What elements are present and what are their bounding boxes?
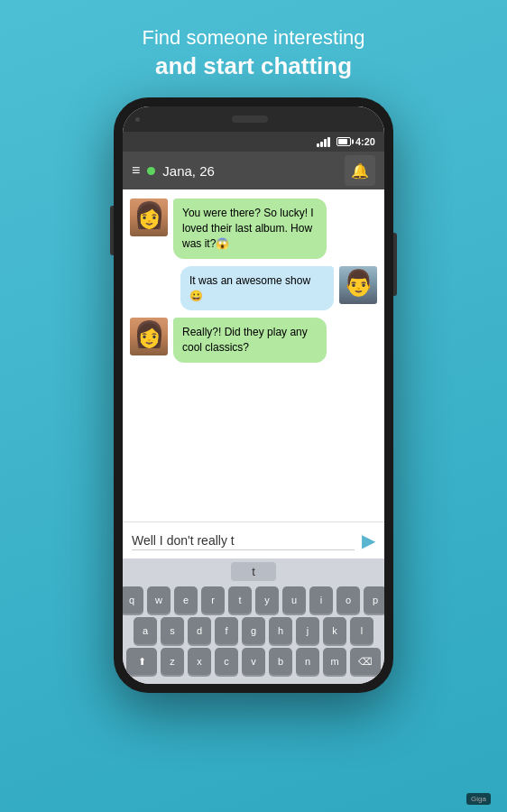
giga-badge: Giga xyxy=(466,793,491,805)
bell-button[interactable]: 🔔 xyxy=(345,155,375,186)
key-d[interactable]: d xyxy=(188,617,211,644)
send-button[interactable]: ▶ xyxy=(362,530,375,551)
key-t[interactable]: t xyxy=(228,586,252,614)
message-row-1: You were there? So lucky! I loved their … xyxy=(130,198,377,258)
signal-bar-3 xyxy=(324,139,327,147)
bubble-2: It was an awesome show 😀 xyxy=(180,266,334,311)
camera-area xyxy=(135,117,140,122)
battery-fill xyxy=(338,139,348,144)
headline-line2: and start chatting xyxy=(142,51,364,82)
signal-bar-1 xyxy=(317,143,319,147)
signal-bars xyxy=(317,136,330,147)
keyboard-area: t q w e r t y u i o p a s d f g xyxy=(123,558,384,684)
chat-header: ≡ Jana, 26 🔔 xyxy=(123,152,384,189)
key-q[interactable]: q xyxy=(123,586,143,614)
headline-line1: Find someone interesting xyxy=(142,25,364,51)
key-y[interactable]: y xyxy=(255,586,279,614)
signal-bar-2 xyxy=(320,142,323,147)
key-z[interactable]: z xyxy=(161,648,184,675)
key-j[interactable]: j xyxy=(296,617,319,644)
key-s[interactable]: s xyxy=(161,617,184,644)
keyboard-suggestion[interactable]: t xyxy=(231,562,276,581)
keyboard-row-1: q w e r t y u i o p xyxy=(125,586,382,614)
message-row-3: Really?! Did they play any cool classics… xyxy=(130,318,377,363)
key-g[interactable]: g xyxy=(242,617,265,644)
hamburger-icon[interactable]: ≡ xyxy=(132,162,140,179)
avatar-male-1 xyxy=(339,266,377,304)
bubble-3: Really?! Did they play any cool classics… xyxy=(173,318,327,363)
key-k[interactable]: k xyxy=(323,617,346,644)
key-shift[interactable]: ⬆ xyxy=(126,648,157,675)
key-o[interactable]: o xyxy=(336,586,360,614)
camera-dot xyxy=(135,117,140,122)
key-l[interactable]: l xyxy=(350,617,373,644)
status-bar: 4:20 xyxy=(123,132,384,152)
key-p[interactable]: p xyxy=(364,586,384,614)
keyboard-row-3: ⬆ z x c v b n m ⌫ xyxy=(125,648,382,675)
key-h[interactable]: h xyxy=(269,617,292,644)
key-x[interactable]: x xyxy=(188,648,211,675)
message-row-2: It was an awesome show 😀 xyxy=(130,266,377,311)
key-u[interactable]: u xyxy=(282,586,306,614)
battery-icon xyxy=(336,137,351,146)
key-e[interactable]: e xyxy=(174,586,198,614)
bubble-1: You were there? So lucky! I loved their … xyxy=(173,198,327,258)
key-w[interactable]: w xyxy=(147,586,171,614)
key-m[interactable]: m xyxy=(323,648,346,675)
chat-messages: You were there? So lucky! I loved their … xyxy=(123,189,384,521)
bell-icon: 🔔 xyxy=(351,162,369,180)
status-time: 4:20 xyxy=(355,136,375,147)
avatar-female-1 xyxy=(130,198,168,236)
online-dot xyxy=(147,167,155,175)
headline: Find someone interesting and start chatt… xyxy=(142,25,364,81)
key-r[interactable]: r xyxy=(201,586,225,614)
key-c[interactable]: c xyxy=(215,648,238,675)
phone-shell: 4:20 ≡ Jana, 26 🔔 You were there? So luc… xyxy=(114,97,393,693)
avatar-female-2 xyxy=(130,318,168,355)
key-f[interactable]: f xyxy=(215,617,238,644)
key-n[interactable]: n xyxy=(296,648,319,675)
chat-input[interactable] xyxy=(132,531,355,550)
keyboard-row-2: a s d f g h j k l xyxy=(125,617,382,644)
key-i[interactable]: i xyxy=(309,586,333,614)
phone-screen: 4:20 ≡ Jana, 26 🔔 You were there? So luc… xyxy=(123,106,384,684)
phone-top-bar xyxy=(123,106,384,132)
signal-bar-4 xyxy=(327,137,330,147)
chat-input-area: ▶ xyxy=(123,521,384,558)
speaker xyxy=(232,115,268,123)
key-backspace[interactable]: ⌫ xyxy=(350,648,381,675)
key-v[interactable]: v xyxy=(242,648,265,675)
chat-name: Jana, 26 xyxy=(162,163,337,179)
key-a[interactable]: a xyxy=(134,617,157,644)
key-b[interactable]: b xyxy=(269,648,292,675)
